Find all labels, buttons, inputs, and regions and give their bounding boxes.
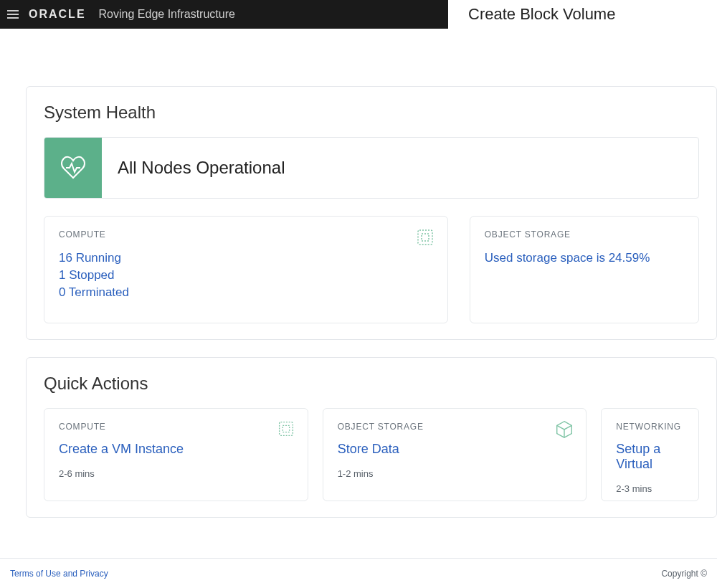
health-tiles: COMPUTE 16 Running 1 Stopped 0 Terminate… xyxy=(44,216,699,323)
object-storage-usage[interactable]: Used storage space is 24.59% xyxy=(485,250,684,267)
svg-rect-2 xyxy=(279,422,293,436)
compute-terminated[interactable]: 0 Terminated xyxy=(59,284,433,301)
qa-compute-action: Create a VM Instance xyxy=(59,442,293,457)
quick-action-tiles: COMPUTE Create a VM Instance 2-6 mins OB… xyxy=(44,408,699,501)
footer: Terms of Use and Privacy Copyright © xyxy=(0,558,717,588)
terms-link[interactable]: Terms of Use and Privacy xyxy=(10,569,108,579)
cube-icon xyxy=(554,419,574,439)
compute-label: COMPUTE xyxy=(59,229,433,240)
system-health-panel: System Health All Nodes Operational COMP… xyxy=(26,86,717,340)
page-title: Create Block Volume xyxy=(448,0,717,29)
compute-stopped[interactable]: 1 Stopped xyxy=(59,267,433,284)
qa-networking-time: 2-3 mins xyxy=(616,483,684,494)
chip-icon xyxy=(276,419,296,439)
heartbeat-icon xyxy=(44,138,102,198)
qa-storage-time: 1-2 mins xyxy=(338,468,572,479)
chip-icon xyxy=(414,227,436,248)
page-body: System Health All Nodes Operational COMP… xyxy=(0,29,717,518)
header-left: ORACLE Roving Edge Infrastructure xyxy=(0,0,448,29)
quick-actions-title: Quick Actions xyxy=(44,374,699,394)
svg-rect-3 xyxy=(282,425,289,432)
qa-networking-tile[interactable]: NETWORKING Setup a Virtual 2-3 mins xyxy=(601,408,699,501)
qa-storage-label: OBJECT STORAGE xyxy=(338,422,572,432)
qa-compute-time: 2-6 mins xyxy=(59,468,293,479)
qa-networking-label: NETWORKING xyxy=(616,422,684,432)
qa-storage-action: Store Data xyxy=(338,442,572,457)
menu-icon[interactable] xyxy=(7,10,19,19)
qa-storage-tile[interactable]: OBJECT STORAGE Store Data 1-2 mins xyxy=(323,408,587,501)
system-health-title: System Health xyxy=(44,103,699,123)
copyright: Copyright © xyxy=(661,569,707,579)
object-storage-label: OBJECT STORAGE xyxy=(485,229,684,240)
svg-rect-1 xyxy=(422,234,429,241)
qa-compute-label: COMPUTE xyxy=(59,422,293,432)
brand-name: ORACLE xyxy=(29,8,86,21)
health-status: All Nodes Operational xyxy=(102,138,285,198)
svg-rect-0 xyxy=(418,230,432,245)
app-header: ORACLE Roving Edge Infrastructure Create… xyxy=(0,0,717,29)
product-name: Roving Edge Infrastructure xyxy=(99,8,235,21)
qa-networking-action: Setup a Virtual xyxy=(616,442,684,472)
health-banner: All Nodes Operational xyxy=(44,137,699,199)
compute-running[interactable]: 16 Running xyxy=(59,250,433,267)
qa-compute-tile[interactable]: COMPUTE Create a VM Instance 2-6 mins xyxy=(44,408,308,501)
object-storage-tile[interactable]: OBJECT STORAGE Used storage space is 24.… xyxy=(470,216,699,323)
compute-tile[interactable]: COMPUTE 16 Running 1 Stopped 0 Terminate… xyxy=(44,216,448,323)
quick-actions-panel: Quick Actions COMPUTE Create a VM Instan… xyxy=(26,357,717,518)
